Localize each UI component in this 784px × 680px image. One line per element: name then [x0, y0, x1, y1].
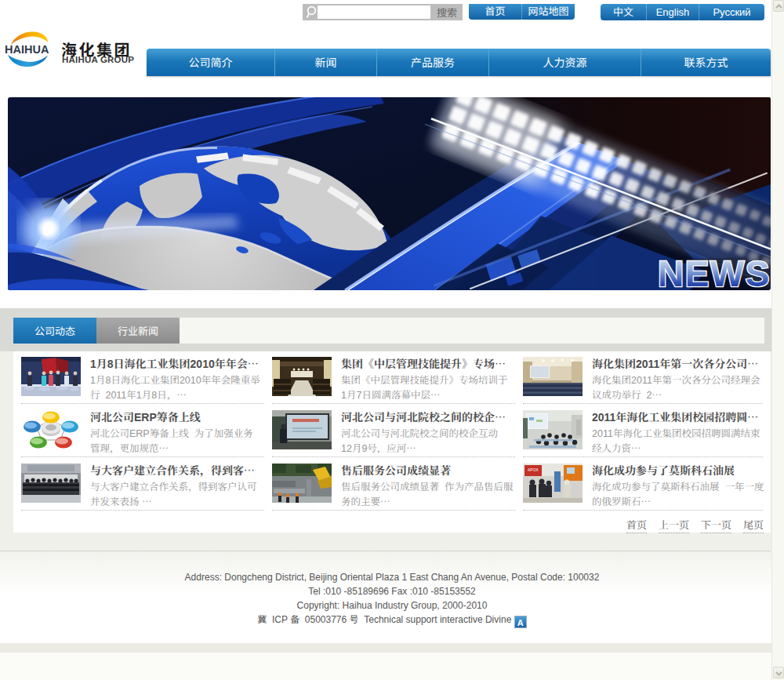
svg-text:APOX: APOX [528, 467, 539, 472]
svg-text:HAIHUA: HAIHUA [5, 43, 49, 56]
svg-text:NEWS: NEWS [658, 253, 771, 290]
